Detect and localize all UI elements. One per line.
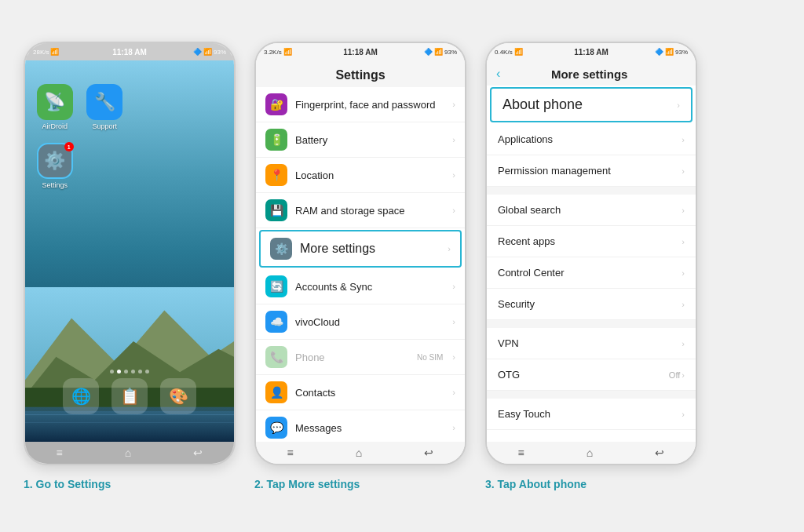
wifi-2: 📶 bbox=[434, 48, 443, 56]
back-button[interactable]: ‹ bbox=[496, 67, 500, 81]
settings-icon-img: ⚙️ 1 bbox=[37, 143, 73, 179]
settings-item-vivocloud[interactable]: ☁️ vivoCloud › bbox=[256, 304, 465, 340]
more-item-vpn[interactable]: VPN › bbox=[487, 328, 696, 359]
more-item-applications[interactable]: Applications › bbox=[487, 124, 696, 155]
more-item-recentapps[interactable]: Recent apps › bbox=[487, 226, 696, 257]
status-right-1: 🔷 📶 93% bbox=[193, 48, 226, 56]
more-item-permission[interactable]: Permission management › bbox=[487, 155, 696, 187]
time-3: 11:18 AM bbox=[574, 48, 608, 56]
settings-badge: 1 bbox=[64, 142, 74, 151]
separator-2 bbox=[487, 320, 696, 328]
battery-text: Battery bbox=[295, 134, 444, 146]
settings-item-location[interactable]: 📍 Location › bbox=[256, 158, 465, 193]
applications-text: Applications bbox=[498, 133, 682, 145]
more-item-easytouch[interactable]: Easy Touch › bbox=[487, 399, 696, 430]
dock-icon-2[interactable]: 📋 bbox=[111, 378, 148, 414]
otg-sub: Off bbox=[669, 370, 680, 380]
phone-3: 0.4K/s 📶 11:18 AM 🔷 📶 93% ‹ More setting… bbox=[485, 42, 697, 465]
step-3: 0.4K/s 📶 11:18 AM 🔷 📶 93% ‹ More setting… bbox=[485, 42, 697, 490]
status-right-3: 🔷 📶 93% bbox=[655, 48, 688, 56]
more-item-controlcenter[interactable]: Control Center › bbox=[487, 257, 696, 289]
otg-chevron: › bbox=[682, 370, 685, 380]
security-chevron: › bbox=[682, 300, 685, 309]
airdroid-icon-img: 📡 bbox=[37, 84, 73, 120]
location-text: Location bbox=[295, 169, 444, 181]
dock-icon-1[interactable]: 🌐 bbox=[63, 378, 99, 414]
dock-area: 🌐 📋 🎨 bbox=[25, 370, 234, 414]
settings-item-phone[interactable]: 📞 Phone No SIM › bbox=[256, 340, 465, 375]
applications-chevron: › bbox=[682, 135, 685, 144]
fingerprint-icon: 🔐 bbox=[265, 93, 287, 115]
speed-3: 0.4K/s bbox=[495, 49, 513, 56]
nav-back-2[interactable]: ↩ bbox=[424, 446, 433, 459]
contacts-chevron: › bbox=[452, 388, 455, 397]
accounts-icon: 🔄 bbox=[265, 275, 287, 297]
nav-back-3[interactable]: ↩ bbox=[655, 446, 664, 459]
phone-1: 28K/s 📶 11:18 AM 🔷 📶 93% bbox=[24, 42, 236, 465]
nav-menu-3[interactable]: ≡ bbox=[518, 446, 524, 459]
app-settings[interactable]: ⚙️ 1 Settings bbox=[33, 143, 77, 189]
fingerprint-chevron: › bbox=[452, 100, 455, 109]
phone-2: 3.2K/s 📶 11:18 AM 🔷 📶 93% Settings 🔐 bbox=[254, 42, 466, 465]
settings-item-ram[interactable]: 💾 RAM and storage space › bbox=[256, 193, 465, 228]
wifi-3: 📶 bbox=[665, 48, 674, 56]
icons-2: 📶 bbox=[283, 48, 292, 56]
location-icon: 📍 bbox=[265, 164, 287, 186]
nav-home-1[interactable]: ⌂ bbox=[125, 446, 131, 459]
separator-1 bbox=[487, 187, 696, 195]
nav-home-3[interactable]: ⌂ bbox=[587, 446, 593, 459]
status-left-2: 3.2K/s 📶 bbox=[264, 48, 292, 56]
battery-3: 93% bbox=[675, 49, 688, 56]
speed-2: 3.2K/s bbox=[264, 49, 282, 56]
battery-2: 93% bbox=[444, 49, 457, 56]
support-label: Support bbox=[92, 122, 117, 130]
status-bar-3: 0.4K/s 📶 11:18 AM 🔷 📶 93% bbox=[487, 43, 696, 60]
more-item-globalsearch[interactable]: Global search › bbox=[487, 195, 696, 226]
time-2: 11:18 AM bbox=[343, 48, 378, 56]
status-bar-1: 28K/s 📶 11:18 AM 🔷 📶 93% bbox=[25, 43, 234, 60]
nav-bar-1: ≡ ⌂ ↩ bbox=[25, 442, 234, 464]
dot-2 bbox=[117, 370, 121, 373]
settings-list: 🔐 Fingerprint, face and password › 🔋 Bat… bbox=[256, 87, 465, 442]
app-airdroid[interactable]: 📡 AirDroid bbox=[33, 84, 77, 130]
bt-3: 🔷 bbox=[655, 48, 663, 56]
settings-item-fingerprint[interactable]: 🔐 Fingerprint, face and password › bbox=[256, 87, 465, 122]
vivocloud-chevron: › bbox=[452, 317, 455, 326]
about-chevron: › bbox=[677, 100, 680, 110]
settings-item-contacts[interactable]: 👤 Contacts › bbox=[256, 375, 465, 410]
ram-text: RAM and storage space bbox=[295, 205, 444, 217]
nav-bar-2: ≡ ⌂ ↩ bbox=[256, 442, 465, 464]
more-item-about[interactable]: About phone › bbox=[490, 87, 693, 122]
settings-item-more[interactable]: ⚙️ More settings › bbox=[259, 230, 462, 268]
nav-back-1[interactable]: ↩ bbox=[193, 446, 203, 459]
step-2: 3.2K/s 📶 11:18 AM 🔷 📶 93% Settings 🔐 bbox=[254, 42, 466, 490]
easytouch-text: Easy Touch bbox=[498, 408, 682, 420]
more-item-otg[interactable]: OTG Off › bbox=[487, 359, 696, 391]
phone-icon: 📞 bbox=[265, 346, 287, 368]
app-support[interactable]: 🔧 Support bbox=[83, 84, 127, 130]
step-2-label: 2. Tap More settings bbox=[254, 478, 360, 490]
settings-item-accounts[interactable]: 🔄 Accounts & Sync › bbox=[256, 269, 465, 304]
vivocloud-text: vivoCloud bbox=[295, 316, 444, 328]
more-item-security[interactable]: Security › bbox=[487, 289, 696, 320]
fingerprint-text: Fingerprint, face and password bbox=[295, 99, 444, 111]
dock-icon-3[interactable]: 🎨 bbox=[160, 378, 196, 414]
bt-2: 🔷 bbox=[424, 48, 433, 56]
nav-home-2[interactable]: ⌂ bbox=[356, 446, 362, 459]
permission-text: Permission management bbox=[498, 165, 682, 177]
app-empty1 bbox=[133, 84, 177, 130]
support-icon-img: 🔧 bbox=[86, 84, 122, 120]
about-text: About phone bbox=[502, 97, 677, 113]
step-1-label: 1. Go to Settings bbox=[24, 478, 111, 490]
recentapps-text: Recent apps bbox=[498, 235, 682, 247]
settings-item-messages[interactable]: 💬 Messages › bbox=[256, 410, 465, 442]
more-item-indicator[interactable]: Indicator › bbox=[487, 430, 696, 442]
phone-chevron: › bbox=[452, 352, 455, 362]
globalsearch-text: Global search bbox=[498, 204, 682, 216]
nav-menu-2[interactable]: ≡ bbox=[287, 446, 294, 459]
no-sim-label: No SIM bbox=[417, 353, 443, 362]
globalsearch-chevron: › bbox=[682, 206, 685, 215]
settings-item-battery[interactable]: 🔋 Battery › bbox=[256, 122, 465, 158]
dot-6 bbox=[145, 370, 149, 373]
nav-menu-1[interactable]: ≡ bbox=[57, 446, 63, 459]
